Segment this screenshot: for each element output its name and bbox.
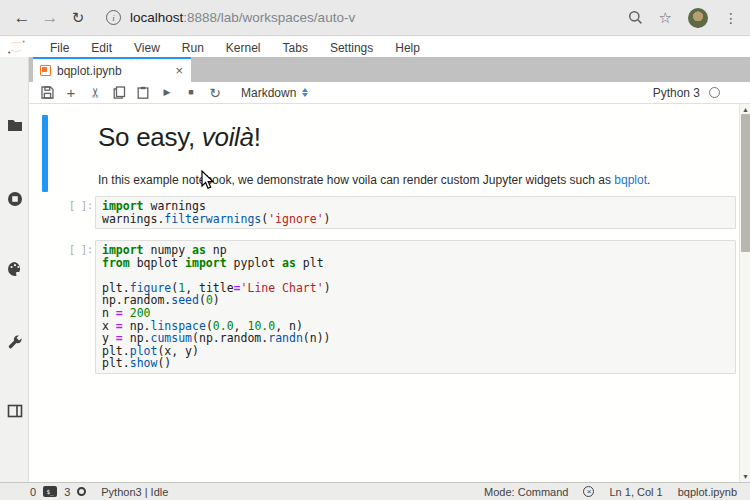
kernel-name[interactable]: Python 3 (653, 86, 700, 100)
reload-icon[interactable]: ↻ (64, 9, 92, 27)
menu-help[interactable]: Help (384, 41, 431, 55)
bookmark-star-icon[interactable]: ☆ (659, 9, 672, 27)
copy-button[interactable] (107, 83, 131, 103)
menu-file[interactable]: File (39, 41, 80, 55)
forward-icon[interactable]: → (36, 8, 64, 28)
paste-button[interactable] (131, 83, 155, 103)
terminal-icon[interactable]: $_ (43, 486, 57, 497)
menu-items: FileEditViewRunKernelTabsSettingsHelp (39, 38, 431, 56)
stop-icon: ■ (188, 88, 193, 97)
mouse-cursor (201, 170, 215, 190)
restart-icon: ↻ (209, 86, 221, 100)
code-cell-1[interactable]: import warningswarnings.filterwarnings('… (95, 196, 736, 229)
menu-settings[interactable]: Settings (319, 41, 384, 55)
cell-prompt: [ ]: (57, 244, 93, 255)
notebook-scrollbar[interactable]: ▲ ▼ (739, 104, 750, 482)
save-button[interactable] (35, 83, 59, 103)
url-bar[interactable]: localhost:8888/lab/workspaces/auto-v (130, 10, 355, 25)
cut-icon: ✂ (89, 87, 102, 98)
tab-bqplot-ipynb[interactable]: bqplot.ipynb × (33, 57, 191, 82)
markdown-cell[interactable]: So easy, voilà! In this example notebook… (98, 122, 720, 187)
kernel-status-icon[interactable] (709, 87, 720, 98)
sidebar-item-files[interactable] (0, 113, 29, 137)
cell-type-value: Markdown (241, 86, 296, 100)
search-icon[interactable] (628, 10, 643, 25)
run-icon: ▶ (164, 88, 171, 97)
notifications-icon[interactable]: × (583, 486, 594, 497)
notebook-toolbar: + ✂ ▶ ■ ↻ Markdown Python 3 (29, 82, 750, 104)
running-sessions-icon (7, 191, 23, 207)
sidebar-item-inspector[interactable] (0, 330, 29, 354)
menu-run[interactable]: Run (171, 41, 215, 55)
tab-title: bqplot.ipynb (57, 64, 169, 78)
status-bar: 0 $_ 3 Python3 | Idle Mode: Command × Ln… (0, 482, 750, 500)
menu-tabs[interactable]: Tabs (272, 41, 319, 55)
copy-icon (113, 86, 126, 99)
restart-kernel-button[interactable]: ↻ (203, 83, 227, 103)
terminals-count: 0 (30, 486, 36, 498)
notebook-panel: So easy, voilà! In this example notebook… (29, 104, 750, 482)
scrollbar-thumb[interactable] (741, 114, 750, 252)
cell-type-dropdown[interactable]: Markdown (241, 86, 308, 100)
paste-icon (137, 86, 149, 99)
url-path: :8888/lab/workspaces/auto-v (183, 10, 355, 25)
statusbar-file-name: bqplot.ipynb (678, 486, 737, 498)
profile-avatar[interactable] (688, 8, 708, 28)
jupyterlab-menu-bar: FileEditViewRunKernelTabsSettingsHelp (0, 37, 750, 57)
stop-button[interactable]: ■ (179, 83, 203, 103)
activity-sidebar (0, 57, 29, 482)
kernel-status-text[interactable]: Python3 | Idle (101, 486, 168, 498)
code-cell-2[interactable]: import numpy as npfrom bqplot import pyp… (95, 240, 736, 374)
kernel-sessions-icon[interactable] (77, 487, 86, 496)
cell-prompt: [ ]: (57, 200, 93, 211)
sidebar-item-tabs[interactable] (0, 399, 29, 423)
notebook-paragraph: In this example notebook, we demonstrate… (98, 173, 720, 187)
url-host: localhost (130, 10, 183, 25)
site-info-icon[interactable]: i (106, 10, 121, 25)
save-icon (41, 86, 54, 99)
cell-selection-bar (42, 115, 48, 192)
menu-kernel[interactable]: Kernel (215, 41, 272, 55)
run-button[interactable]: ▶ (155, 83, 179, 103)
jupyter-logo (7, 39, 26, 55)
sidebar-item-commands[interactable] (0, 257, 29, 281)
command-mode-text[interactable]: Mode: Command (484, 486, 568, 498)
folder-icon (7, 118, 23, 132)
menu-edit[interactable]: Edit (80, 41, 123, 55)
palette-icon (7, 261, 23, 277)
kernels-count: 3 (64, 486, 70, 498)
back-icon[interactable]: ← (8, 8, 36, 28)
add-cell-button[interactable]: + (59, 83, 83, 103)
wrench-icon (7, 334, 23, 350)
cursor-position-text[interactable]: Ln 1, Col 1 (609, 486, 662, 498)
notebook-heading: So easy, voilà! (98, 122, 720, 153)
sidebar-item-running[interactable] (0, 187, 29, 211)
scroll-down-icon[interactable]: ▼ (740, 471, 750, 482)
open-tabs-icon (7, 404, 23, 418)
browser-toolbar: ← → ↻ i localhost:8888/lab/workspaces/au… (0, 0, 750, 36)
browser-menu-icon[interactable]: ⋮ (724, 10, 738, 26)
dropdown-caret-icon (302, 88, 308, 97)
cut-button[interactable]: ✂ (83, 83, 107, 103)
tab-close-icon[interactable]: × (169, 63, 183, 78)
menu-view[interactable]: View (123, 41, 171, 55)
notebook-icon (40, 65, 51, 76)
bqplot-link[interactable]: bqplot (614, 173, 647, 187)
document-tab-bar: bqplot.ipynb × (29, 57, 750, 82)
